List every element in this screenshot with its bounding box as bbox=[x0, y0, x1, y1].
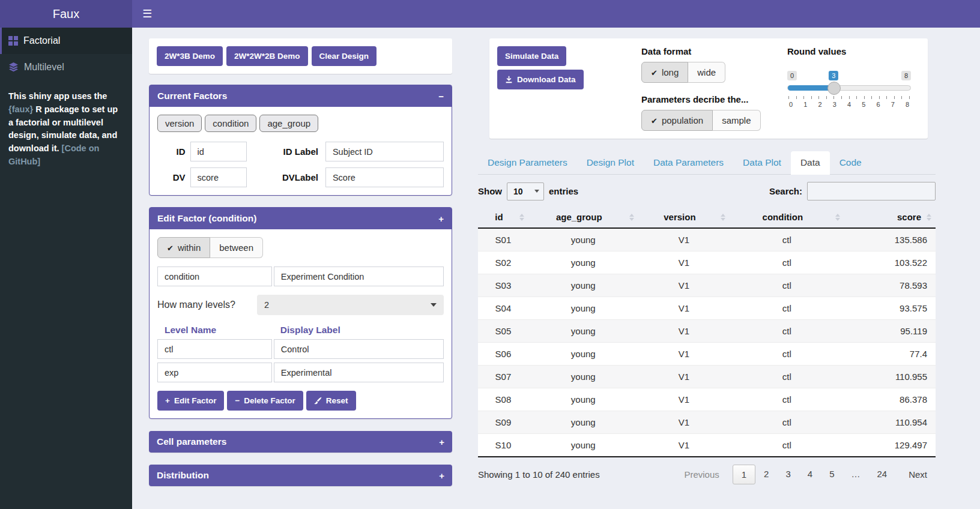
sort-icon[interactable] bbox=[721, 214, 725, 221]
slider-handle[interactable] bbox=[827, 82, 841, 95]
collapsed-panel-header[interactable]: Cell parameters + bbox=[149, 431, 452, 453]
table-row[interactable]: S02 young V1 ctl 103.522 bbox=[478, 251, 936, 274]
table-row[interactable]: S06 young V1 ctl 77.4 bbox=[478, 343, 936, 366]
parameters-toggle: populationsample bbox=[641, 110, 761, 131]
expand-icon[interactable]: + bbox=[439, 471, 444, 481]
cell-condition: ctl bbox=[730, 366, 844, 388]
slider-tick-labels: 012345678 bbox=[787, 101, 911, 108]
level-name-input[interactable]: exp bbox=[157, 363, 272, 382]
parameters-option[interactable]: population bbox=[641, 110, 713, 131]
current-factors-header[interactable]: Current Factors − bbox=[150, 85, 452, 107]
column-header-condition[interactable]: condition bbox=[730, 206, 844, 228]
parameters-option[interactable]: sample bbox=[713, 110, 760, 131]
cell-age-group: young bbox=[528, 411, 638, 434]
slider-track[interactable] bbox=[787, 85, 911, 91]
sort-icon[interactable] bbox=[835, 214, 840, 221]
edit-factor-button[interactable]: + Edit Factor bbox=[157, 391, 224, 411]
factor-type-toggle: withinbetween bbox=[157, 237, 263, 258]
collapsed-panel-header[interactable]: Distribution + bbox=[149, 465, 452, 486]
page-number-button[interactable]: 1 bbox=[733, 465, 755, 484]
main-content: 2W*3B Demo2W*2W*2B DemoClear Design Curr… bbox=[132, 28, 980, 509]
edit-factor-header[interactable]: Edit Factor (condition) + bbox=[150, 208, 452, 229]
sidebar-item-factorial[interactable]: Factorial bbox=[0, 28, 132, 54]
factor-display-input[interactable]: Experiment Condition bbox=[274, 267, 444, 286]
minus-icon: − bbox=[235, 396, 240, 405]
tab[interactable]: Data Parameters bbox=[644, 151, 733, 175]
factor-tag[interactable]: age_group bbox=[259, 115, 318, 132]
table-row[interactable]: S08 young V1 ctl 86.378 bbox=[478, 388, 936, 411]
factor-name-input[interactable]: condition bbox=[157, 267, 272, 286]
collapse-icon[interactable]: + bbox=[438, 214, 444, 224]
simulate-data-button[interactable]: Simulate Data bbox=[497, 46, 566, 66]
column-header-version[interactable]: version bbox=[638, 206, 730, 228]
id-input[interactable]: id bbox=[190, 142, 247, 161]
sort-icon[interactable] bbox=[927, 214, 931, 221]
reset-button[interactable]: Reset bbox=[306, 391, 356, 411]
data-format-option[interactable]: long bbox=[641, 62, 688, 83]
next-page-button[interactable]: Next bbox=[900, 465, 936, 484]
id-label-input[interactable]: Subject ID bbox=[325, 142, 444, 161]
sidebar-toggle-icon[interactable]: ☰ bbox=[132, 0, 162, 28]
dv-input[interactable]: score bbox=[190, 167, 247, 187]
dv-label-label: DVLabel bbox=[276, 172, 325, 182]
tab[interactable]: Data bbox=[791, 151, 830, 175]
column-header-id[interactable]: id bbox=[478, 206, 528, 228]
page-number-button[interactable]: 24 bbox=[868, 465, 895, 484]
table-row[interactable]: S01 young V1 ctl 135.586 bbox=[478, 228, 936, 251]
column-header-age-group[interactable]: age_group bbox=[528, 206, 638, 228]
round-values-slider: 0 3 8 012345678 bbox=[787, 71, 911, 108]
search-input[interactable] bbox=[807, 182, 936, 200]
tab[interactable]: Design Parameters bbox=[478, 151, 577, 175]
sort-icon[interactable] bbox=[519, 214, 524, 221]
page-number-button[interactable]: 5 bbox=[821, 465, 842, 484]
paint-brush-icon bbox=[314, 397, 322, 405]
cell-age-group: young bbox=[528, 297, 638, 320]
cell-score: 110.955 bbox=[844, 366, 936, 388]
page-number-button[interactable]: … bbox=[842, 465, 868, 484]
tick-mark bbox=[894, 96, 895, 99]
tick-mark bbox=[849, 96, 850, 99]
collapsed-panel: Cell parameters + bbox=[149, 431, 452, 453]
top-bar: Faux ☰ bbox=[0, 0, 980, 28]
collapse-icon[interactable]: − bbox=[438, 91, 444, 101]
demo-button[interactable]: 2W*3B Demo bbox=[157, 46, 223, 66]
factor-type-option[interactable]: between bbox=[210, 237, 263, 258]
cell-age-group: young bbox=[528, 228, 638, 251]
tick-mark bbox=[909, 96, 910, 99]
factor-type-option[interactable]: within bbox=[157, 237, 210, 258]
data-format-option[interactable]: wide bbox=[688, 62, 725, 83]
table-row[interactable]: S04 young V1 ctl 93.575 bbox=[478, 297, 936, 320]
dv-label-input[interactable]: Score bbox=[325, 167, 444, 187]
slider-max-label: 8 bbox=[901, 71, 911, 80]
demo-button[interactable]: 2W*2W*2B Demo bbox=[226, 46, 308, 66]
level-name-input[interactable]: ctl bbox=[157, 339, 272, 359]
tab[interactable]: Design Plot bbox=[577, 151, 644, 175]
demo-button[interactable]: Clear Design bbox=[312, 46, 377, 66]
factor-tag[interactable]: version bbox=[157, 115, 202, 132]
table-row[interactable]: S10 young V1 ctl 129.497 bbox=[478, 434, 936, 457]
levels-select[interactable]: 2 bbox=[257, 295, 444, 315]
page-numbers: 12345…24 bbox=[733, 465, 895, 484]
faux-package-link[interactable]: {faux} bbox=[8, 104, 33, 114]
sidebar-item-multilevel[interactable]: Multilevel bbox=[0, 54, 132, 80]
tab[interactable]: Code bbox=[830, 151, 871, 175]
delete-factor-button[interactable]: − Delete Factor bbox=[227, 391, 303, 411]
page-number-button[interactable]: 2 bbox=[755, 465, 777, 484]
previous-page-button[interactable]: Previous bbox=[676, 465, 727, 484]
column-header-score[interactable]: score bbox=[844, 206, 936, 228]
sort-icon[interactable] bbox=[629, 214, 634, 221]
page-number-button[interactable]: 4 bbox=[799, 465, 821, 484]
entries-select[interactable]: 10 bbox=[507, 182, 544, 200]
page-number-button[interactable]: 3 bbox=[777, 465, 799, 484]
factor-tag[interactable]: condition bbox=[205, 115, 256, 132]
level-label-input[interactable]: Control bbox=[274, 339, 444, 359]
level-label-input[interactable]: Experimental bbox=[274, 363, 444, 382]
table-row[interactable]: S09 young V1 ctl 110.954 bbox=[478, 411, 936, 434]
download-data-button[interactable]: Download Data bbox=[497, 70, 584, 89]
table-row[interactable]: S07 young V1 ctl 110.955 bbox=[478, 366, 936, 388]
table-row[interactable]: S03 young V1 ctl 78.593 bbox=[478, 274, 936, 297]
table-row[interactable]: S05 young V1 ctl 95.119 bbox=[478, 320, 936, 343]
tab[interactable]: Data Plot bbox=[733, 151, 791, 175]
expand-icon[interactable]: + bbox=[439, 437, 444, 447]
caret-down-icon bbox=[431, 303, 437, 307]
